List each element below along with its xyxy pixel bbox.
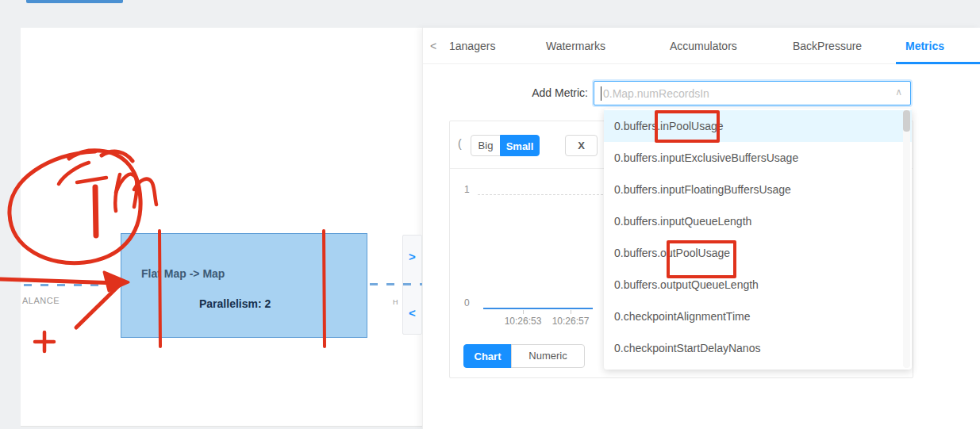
- job-graph-panel: ALANCE Flat Map -> Map Parallelism: 2 > …: [21, 28, 422, 427]
- tab-metrics[interactable]: Metrics: [905, 40, 944, 52]
- dropdown-option[interactable]: 0.buffers.outputQueueLength: [604, 269, 912, 301]
- job-vertex-flatmap-map[interactable]: Flat Map -> Map Parallelism: 2: [121, 233, 367, 338]
- tab-metrics-inkbar: [896, 62, 980, 64]
- metric-series-line: [483, 308, 593, 309]
- dropdown-option[interactable]: 0.buffers.outPoolUsage: [604, 237, 912, 269]
- chevron-left-icon[interactable]: <: [403, 306, 421, 320]
- dropdown-option[interactable]: 0.buffers.inPoolUsage: [604, 110, 912, 142]
- chevron-up-icon[interactable]: ∧: [895, 86, 902, 98]
- dropdown-option[interactable]: 0.buffers.inputExclusiveBuffersUsage: [604, 142, 912, 174]
- tab-watermarks[interactable]: Watermarks: [546, 40, 605, 52]
- text-caret: [601, 86, 601, 101]
- truncated-metric-name: (: [458, 137, 462, 150]
- metric-dropdown: 0.buffers.inPoolUsage 0.buffers.inputExc…: [604, 109, 912, 370]
- vertex-parallelism: Parallelism: 2: [199, 297, 271, 310]
- edge-line-right: [370, 283, 422, 285]
- dropdown-scrollbar-thumb[interactable]: [903, 110, 910, 132]
- y-axis-min-label: 0: [464, 297, 470, 308]
- dropdown-option[interactable]: 0.checkpointStartDelayNanos: [604, 332, 912, 364]
- add-metric-label: Add Metric:: [509, 86, 588, 99]
- flink-ui-screenshot: ALANCE Flat Map -> Map Parallelism: 2 > …: [0, 0, 980, 429]
- dropdown-option[interactable]: 0.checkpointAlignmentTime: [604, 301, 912, 332]
- tab-taskmanagers[interactable]: 1anagers: [449, 40, 495, 52]
- edge-arrow-icon: [108, 280, 118, 289]
- x-tick-label-2: 10:26:57: [543, 316, 598, 327]
- dropdown-scrollbar[interactable]: [903, 110, 910, 368]
- tab-scroll-left-icon[interactable]: <: [430, 40, 436, 52]
- size-big-button[interactable]: Big: [471, 135, 501, 156]
- add-metric-select[interactable]: 0.Map.numRecordsIn ∧: [594, 81, 911, 105]
- edge-label-rebalance: ALANCE: [22, 296, 60, 305]
- tab-backpressure[interactable]: BackPressure: [793, 40, 862, 52]
- vertex-title: Flat Map -> Map: [141, 267, 225, 280]
- chevron-right-icon[interactable]: >: [403, 250, 421, 263]
- tab-accumulators[interactable]: Accumulators: [670, 40, 737, 52]
- y-axis-max-label: 1: [464, 184, 470, 195]
- view-numeric-button[interactable]: Numeric: [511, 344, 585, 368]
- active-tab-indicator-top: [26, 0, 123, 3]
- edge-line-left: [24, 284, 117, 286]
- dropdown-option[interactable]: 0.buffers.inputQueueLength: [604, 205, 912, 237]
- edge-label-hash: H: [393, 298, 398, 306]
- metrics-drawer: < 1anagers Watermarks Accumulators BackP…: [422, 28, 980, 429]
- x-tick: [571, 310, 571, 314]
- close-metric-button[interactable]: X: [565, 135, 598, 156]
- x-tick: [523, 310, 524, 314]
- dropdown-option[interactable]: 0.buffers.inputFloatingBuffersUsage: [604, 174, 912, 205]
- detail-tabbar: < 1anagers Watermarks Accumulators BackP…: [423, 28, 980, 64]
- view-chart-button[interactable]: Chart: [463, 344, 512, 368]
- size-small-button[interactable]: Small: [500, 135, 540, 156]
- add-metric-placeholder: 0.Map.numRecordsIn: [603, 87, 709, 100]
